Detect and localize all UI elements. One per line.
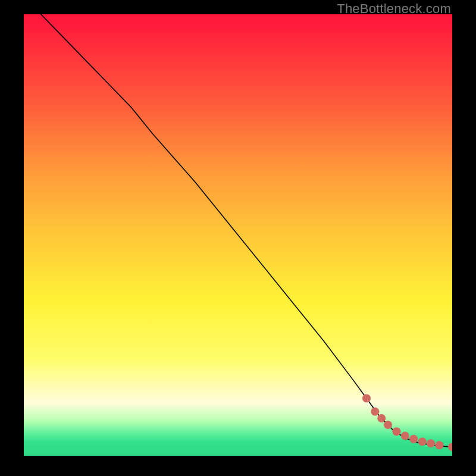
scatter-point [427,439,435,447]
scatter-points [362,394,452,452]
scatter-point [377,414,386,422]
scatter-point [362,394,371,403]
scatter-point [448,443,452,451]
scatter-point [371,408,379,416]
scatter-point [435,441,443,449]
scatter-point [392,427,400,436]
scatter-point [401,432,409,440]
plot-area [24,14,452,456]
scatter-point [409,435,418,443]
scatter-point [384,421,392,429]
chart-frame: TheBottleneck.com [0,0,476,476]
chart-svg [24,14,452,456]
scatter-point [418,437,427,446]
curve-line [41,14,452,447]
